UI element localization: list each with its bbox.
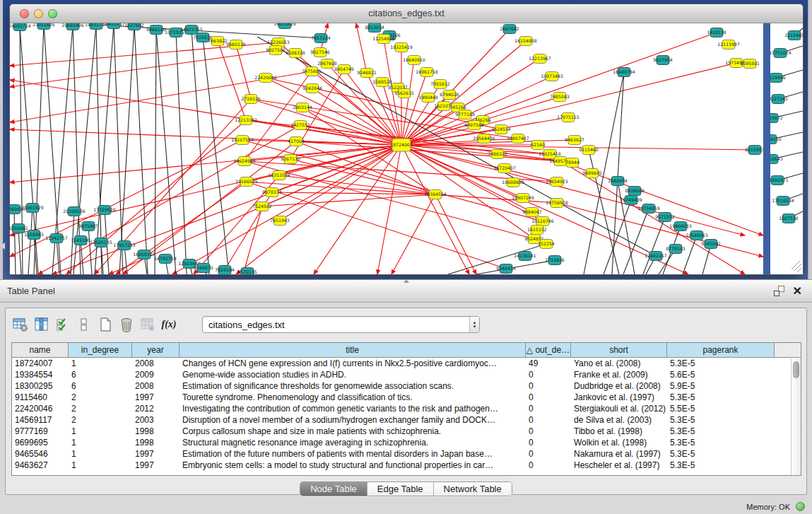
- table-cell[interactable]: Wolkin et al. (1998): [571, 437, 667, 448]
- table-cell[interactable]: 1997: [132, 448, 180, 460]
- table-cell[interactable]: 1997: [132, 460, 180, 471]
- table-row[interactable]: 977716911998Corpus callosum shape and si…: [12, 426, 801, 437]
- table-cell[interactable]: 2008: [132, 358, 180, 369]
- table-cell[interactable]: 5.3E-5: [667, 460, 775, 471]
- table-cell[interactable]: 2: [69, 392, 132, 403]
- table-cell[interactable]: 0: [526, 437, 571, 448]
- table-cell[interactable]: 0: [526, 414, 571, 426]
- table-cell[interactable]: de Silva et al. (2003): [571, 414, 667, 426]
- table-cell[interactable]: 5.5E-5: [667, 403, 775, 414]
- table-cell[interactable]: 5.9E-5: [667, 380, 775, 392]
- function-builder-button[interactable]: f(x): [160, 315, 178, 334]
- table-cell[interactable]: 1: [69, 460, 132, 471]
- show-columns-button[interactable]: [33, 315, 51, 334]
- table-cell[interactable]: Hescheler et al. (1997): [571, 460, 667, 471]
- table-cell[interactable]: 0: [526, 460, 571, 471]
- background-network-canvas[interactable]: 1115481157510749129946922734312093872124…: [770, 23, 803, 274]
- column-header-short[interactable]: short: [571, 343, 667, 357]
- table-cell[interactable]: 9699695: [12, 437, 69, 448]
- tab-node-table[interactable]: Node Table: [300, 482, 367, 496]
- table-cell[interactable]: 1: [69, 358, 132, 369]
- table-row[interactable]: 1456911722003Disruption of a novel membe…: [12, 414, 801, 426]
- table-cell[interactable]: 6: [69, 380, 132, 392]
- table-cell[interactable]: 5.6E-5: [667, 369, 775, 380]
- table-cell[interactable]: 49: [526, 358, 571, 369]
- select-all-button[interactable]: [54, 315, 72, 334]
- table-scrollbar[interactable]: [791, 358, 801, 475]
- table-row[interactable]: 946554611997Estimation of the future num…: [12, 448, 801, 460]
- table-cell[interactable]: Disruption of a novel member of a sodium…: [180, 414, 526, 426]
- column-header-title[interactable]: title: [180, 343, 526, 357]
- table-cell[interactable]: 1: [69, 437, 132, 448]
- table-cell[interactable]: 9115460: [12, 392, 69, 403]
- table-cell[interactable]: 0: [526, 403, 571, 414]
- delete-trash-button[interactable]: [117, 315, 136, 334]
- table-cell[interactable]: 18300295: [12, 380, 69, 392]
- divider-grip-icon[interactable]: [404, 279, 409, 283]
- delete-table-button-disabled[interactable]: [139, 315, 157, 334]
- table-cell[interactable]: Estimation of significance thresholds fo…: [180, 380, 526, 392]
- tab-network-table[interactable]: Network Table: [434, 482, 512, 496]
- column-header-name[interactable]: name: [12, 343, 69, 357]
- table-cell[interactable]: 5.3E-5: [667, 392, 775, 403]
- column-header-pagerank[interactable]: pagerank: [667, 343, 775, 357]
- table-cell[interactable]: 2012: [132, 403, 180, 414]
- network-table-selector[interactable]: citations_edges.txt ▲▼: [202, 316, 480, 333]
- network-window[interactable]: citations_edges.txt 2405572423051826: [9, 4, 804, 275]
- close-panel-icon[interactable]: ✕: [793, 286, 802, 296]
- table-cell[interactable]: 19384554: [12, 369, 69, 380]
- table-cell[interactable]: 18724007: [12, 358, 69, 369]
- table-cell[interactable]: 5.3E-5: [667, 426, 775, 437]
- table-cell[interactable]: Embryonic stem cells: a model to study s…: [180, 460, 526, 471]
- table-cell[interactable]: Stergiakouli et al. (2012): [571, 403, 667, 414]
- table-cell[interactable]: Genome-wide association studies in ADHD.: [180, 369, 526, 380]
- table-cell[interactable]: 1: [69, 426, 132, 437]
- table-cell[interactable]: 1998: [132, 437, 180, 448]
- table-cell[interactable]: Jankovic et al. (1997): [571, 392, 667, 403]
- table-cell[interactable]: 0: [526, 392, 571, 403]
- table-cell[interactable]: Investigating the contribution of common…: [180, 403, 526, 414]
- table-cell[interactable]: Changes of HCN gene expression and I(f) …: [180, 358, 526, 369]
- table-row[interactable]: 1938455462009Genome-wide association stu…: [12, 369, 801, 380]
- table-cell[interactable]: Estimation of the future numbers of pati…: [180, 448, 526, 460]
- table-cell[interactable]: 6: [69, 369, 132, 380]
- table-row[interactable]: 969969511998Structural magnetic resonanc…: [12, 437, 801, 448]
- table-row[interactable]: 946362711997Embryonic stem cells: a mode…: [12, 460, 801, 471]
- selector-stepper-icon[interactable]: ▲▼: [469, 317, 479, 332]
- table-cell[interactable]: Yano et al. (2008): [571, 358, 667, 369]
- table-cell[interactable]: 2009: [132, 369, 180, 380]
- table-cell[interactable]: 1: [69, 448, 132, 460]
- tab-edge-table[interactable]: Edge Table: [367, 482, 434, 496]
- table-cell[interactable]: 22420046: [12, 403, 69, 414]
- panel-collapse-arrow-icon[interactable]: [1, 243, 5, 250]
- table-cell[interactable]: 0: [526, 380, 571, 392]
- table-row[interactable]: 911546021997Tourette syndrome. Phenomeno…: [12, 392, 801, 403]
- table-cell[interactable]: 2008: [132, 380, 180, 392]
- column-header-year[interactable]: year: [132, 343, 180, 357]
- table-column-settings-button[interactable]: [11, 315, 30, 334]
- table-cell[interactable]: Structural magnetic resonance image aver…: [180, 437, 526, 448]
- table-cell[interactable]: Dudbridge et al. (2008): [571, 380, 667, 392]
- table-cell[interactable]: 9777169: [12, 426, 69, 437]
- table-cell[interactable]: Tourette syndrome. Phenomenology and cla…: [180, 392, 526, 403]
- column-header-in_degree[interactable]: in_degree: [69, 343, 132, 357]
- float-panel-icon[interactable]: [774, 286, 784, 296]
- table-cell[interactable]: 9463627: [12, 460, 69, 471]
- table-row[interactable]: 1872400712008Changes of HCN gene express…: [12, 358, 801, 369]
- table-scrollbar-thumb[interactable]: [793, 361, 799, 378]
- new-document-button[interactable]: [96, 315, 114, 334]
- table-cell[interactable]: 0: [526, 369, 571, 380]
- table-cell[interactable]: 1998: [132, 426, 180, 437]
- window-titlebar[interactable]: citations_edges.txt: [10, 4, 803, 23]
- table-cell[interactable]: 2003: [132, 414, 180, 426]
- table-cell[interactable]: 5.3E-5: [667, 437, 775, 448]
- table-cell[interactable]: 2: [69, 414, 132, 426]
- table-cell[interactable]: 5.3E-5: [667, 358, 775, 369]
- table-cell[interactable]: 9465546: [12, 448, 69, 460]
- unselect-all-button[interactable]: [75, 315, 93, 334]
- table-row[interactable]: 1830029562008Estimation of significance …: [12, 380, 801, 392]
- table-cell[interactable]: 1997: [132, 392, 180, 403]
- table-cell[interactable]: Tibbo et al. (1998): [571, 426, 667, 437]
- table-row[interactable]: 2242004622012Investigating the contribut…: [12, 403, 801, 414]
- table-cell[interactable]: 0: [526, 426, 571, 437]
